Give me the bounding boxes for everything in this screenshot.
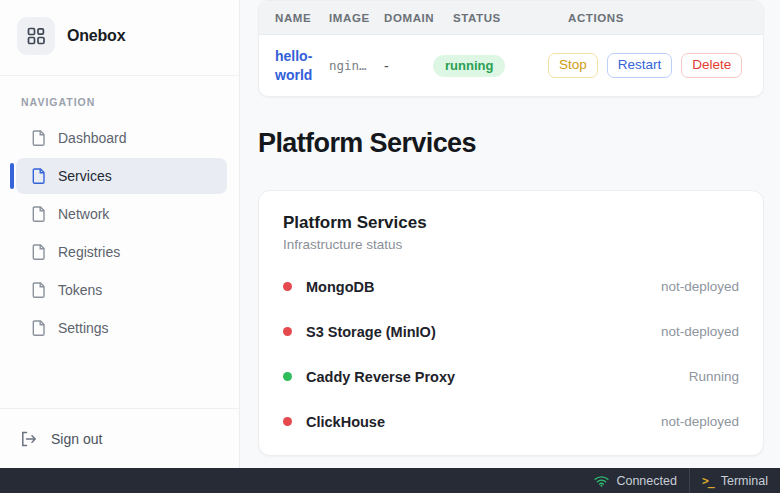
document-icon [32,206,46,222]
grid-icon [26,26,46,46]
wifi-icon [594,475,609,487]
document-icon [32,320,46,336]
col-header-status: STATUS [453,12,568,24]
connection-status: Connected [582,468,688,493]
sidebar-item-label: Services [58,168,112,184]
col-header-domain: DOMAIN [384,12,453,24]
service-name-link[interactable]: hello-world [275,47,329,85]
infra-status: not-deployed [661,324,739,339]
infra-name: ClickHouse [306,414,385,430]
infra-status: Running [689,369,739,384]
main-content: NAME IMAGE DOMAIN STATUS ACTIONS hello-w… [240,0,780,468]
brand-name: Onebox [67,27,125,45]
sidebar-item-tokens[interactable]: Tokens [16,272,227,308]
col-header-name: NAME [275,12,329,24]
infra-name: MongoDB [306,279,374,295]
brand[interactable]: Onebox [0,0,239,75]
list-item-s3-storage: S3 Storage (MinIO) not-deployed [283,309,739,354]
list-item-clickhouse: ClickHouse not-deployed [283,399,739,444]
page-title: Platform Services [258,128,764,159]
status-dot [283,372,292,381]
infra-status: not-deployed [661,279,739,294]
card-title: Platform Services [283,213,739,233]
document-icon [32,282,46,298]
document-icon [32,244,46,260]
status-dot [283,327,292,336]
terminal-icon: >_ [702,474,714,488]
infrastructure-list: MongoDB not-deployed S3 Storage (MinIO) … [283,264,739,444]
sidebar-item-settings[interactable]: Settings [16,310,227,346]
nav-section-label: NAVIGATION [21,96,239,108]
connection-label: Connected [616,474,676,488]
terminal-label: Terminal [721,474,768,488]
sidebar-item-label: Network [58,206,109,222]
card-subtitle: Infrastructure status [283,237,739,252]
app-window: Onebox NAVIGATION Dashboard Services [0,0,780,468]
list-item-caddy: Caddy Reverse Proxy Running [283,354,739,399]
list-item-mongodb: MongoDB not-deployed [283,264,739,309]
status-bar: Connected >_ Terminal [0,468,780,493]
sidebar-item-dashboard[interactable]: Dashboard [16,120,227,156]
service-image: ngin… [329,58,384,73]
terminal-button[interactable]: >_ Terminal [689,468,780,493]
sidebar: Onebox NAVIGATION Dashboard Services [0,0,240,468]
col-header-actions: ACTIONS [568,12,747,24]
table-header-row: NAME IMAGE DOMAIN STATUS ACTIONS [259,1,763,35]
sidebar-item-label: Dashboard [58,130,127,146]
logout-icon [20,431,37,447]
sign-out-button[interactable]: Sign out [0,408,239,468]
infra-name: S3 Storage (MinIO) [306,324,436,340]
divider [0,75,239,76]
service-actions: Stop Restart Delete [548,53,747,79]
sidebar-item-registries[interactable]: Registries [16,234,227,270]
sidebar-item-label: Registries [58,244,120,260]
col-header-image: IMAGE [329,12,384,24]
sidebar-item-network[interactable]: Network [16,196,227,232]
sidebar-item-label: Settings [58,320,109,336]
stop-button[interactable]: Stop [548,53,598,79]
status-badge: running [433,55,505,77]
infra-status: not-deployed [661,414,739,429]
table-row: hello-world ngin… - running Stop Restart… [259,35,763,96]
platform-services-card: Platform Services Infrastructure status … [258,190,764,456]
document-icon [32,130,46,146]
sidebar-nav: Dashboard Services Network Registries [0,120,239,348]
status-dot [283,282,292,291]
sign-out-label: Sign out [51,431,102,447]
status-dot [283,417,292,426]
delete-button[interactable]: Delete [681,53,742,79]
services-table-card: NAME IMAGE DOMAIN STATUS ACTIONS hello-w… [258,0,764,97]
onebox-logo [17,17,55,55]
sidebar-item-services[interactable]: Services [16,158,227,194]
restart-button[interactable]: Restart [607,53,673,79]
document-icon [32,168,46,184]
active-indicator [10,163,14,189]
sidebar-item-label: Tokens [58,282,102,298]
infra-name: Caddy Reverse Proxy [306,369,455,385]
